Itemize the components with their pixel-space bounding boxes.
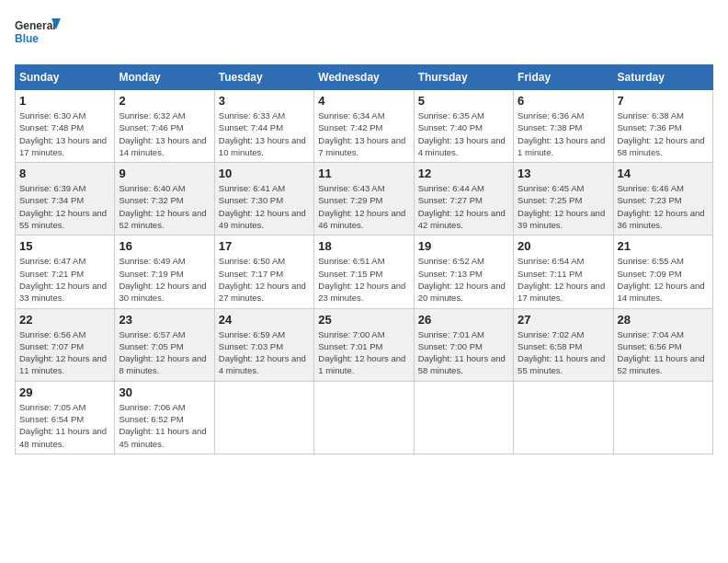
day-info: Sunrise: 6:54 AMSunset: 7:11 PMDaylight:… (518, 255, 609, 304)
day-number: 13 (518, 167, 609, 180)
calendar-day-23: 23Sunrise: 6:57 AMSunset: 7:05 PMDayligh… (115, 308, 214, 381)
calendar-day-2: 2Sunrise: 6:32 AMSunset: 7:46 PMDaylight… (115, 90, 214, 163)
day-number: 1 (19, 94, 110, 108)
day-number: 8 (19, 167, 110, 180)
calendar-day-20: 20Sunrise: 6:54 AMSunset: 7:11 PMDayligh… (514, 236, 613, 308)
day-info: Sunrise: 6:30 AMSunset: 7:48 PMDaylight:… (19, 109, 110, 158)
svg-text:General: General (15, 19, 56, 32)
day-info: Sunrise: 6:52 AMSunset: 7:13 PMDaylight:… (418, 255, 509, 304)
day-number: 18 (318, 239, 409, 253)
calendar-day-8: 8Sunrise: 6:39 AMSunset: 7:34 PMDaylight… (16, 163, 115, 236)
calendar-day-26: 26Sunrise: 7:01 AMSunset: 7:00 PMDayligh… (414, 308, 513, 381)
day-info: Sunrise: 7:04 AMSunset: 6:56 PMDaylight:… (618, 328, 709, 377)
calendar-header-row: SundayMondayTuesdayWednesdayThursdayFrid… (16, 65, 713, 90)
day-info: Sunrise: 6:46 AMSunset: 7:23 PMDaylight:… (618, 182, 709, 231)
calendar-day-22: 22Sunrise: 6:56 AMSunset: 7:07 PMDayligh… (16, 308, 115, 381)
calendar-day-4: 4Sunrise: 6:34 AMSunset: 7:42 PMDaylight… (314, 90, 414, 163)
day-info: Sunrise: 6:45 AMSunset: 7:25 PMDaylight:… (518, 182, 609, 231)
day-header-monday: Monday (115, 65, 214, 90)
calendar-day-7: 7Sunrise: 6:38 AMSunset: 7:36 PMDaylight… (613, 90, 712, 163)
calendar-week-1: 1Sunrise: 6:30 AMSunset: 7:48 PMDaylight… (16, 90, 713, 163)
day-header-sunday: Sunday (16, 65, 115, 90)
day-info: Sunrise: 6:56 AMSunset: 7:07 PMDaylight:… (19, 328, 110, 377)
calendar-empty-cell (214, 381, 313, 454)
day-number: 10 (219, 167, 310, 180)
day-number: 17 (219, 239, 310, 253)
day-number: 7 (618, 94, 709, 108)
day-number: 2 (119, 94, 210, 108)
day-number: 3 (219, 94, 310, 108)
calendar-day-19: 19Sunrise: 6:52 AMSunset: 7:13 PMDayligh… (414, 236, 513, 308)
calendar-week-5: 29Sunrise: 7:05 AMSunset: 6:54 PMDayligh… (16, 381, 713, 454)
calendar-day-27: 27Sunrise: 7:02 AMSunset: 6:58 PMDayligh… (514, 308, 613, 381)
logo-svg: General Blue (15, 15, 61, 53)
day-number: 14 (618, 167, 709, 180)
day-info: Sunrise: 7:05 AMSunset: 6:54 PMDaylight:… (19, 401, 110, 450)
day-number: 27 (518, 313, 609, 327)
day-info: Sunrise: 7:01 AMSunset: 7:00 PMDaylight:… (418, 328, 509, 377)
calendar-day-16: 16Sunrise: 6:49 AMSunset: 7:19 PMDayligh… (115, 236, 214, 308)
calendar-day-9: 9Sunrise: 6:40 AMSunset: 7:32 PMDaylight… (115, 163, 214, 236)
calendar-week-2: 8Sunrise: 6:39 AMSunset: 7:34 PMDaylight… (16, 163, 713, 236)
day-info: Sunrise: 6:39 AMSunset: 7:34 PMDaylight:… (19, 182, 110, 231)
day-number: 9 (119, 167, 210, 180)
calendar-day-5: 5Sunrise: 6:35 AMSunset: 7:40 PMDaylight… (414, 90, 513, 163)
day-info: Sunrise: 6:55 AMSunset: 7:09 PMDaylight:… (618, 255, 709, 304)
day-number: 24 (219, 313, 310, 327)
day-number: 5 (418, 94, 509, 108)
day-number: 23 (119, 313, 210, 327)
day-number: 4 (318, 94, 409, 108)
day-info: Sunrise: 6:47 AMSunset: 7:21 PMDaylight:… (19, 255, 110, 304)
day-info: Sunrise: 6:49 AMSunset: 7:19 PMDaylight:… (119, 255, 210, 304)
day-header-saturday: Saturday (613, 65, 712, 90)
calendar-day-28: 28Sunrise: 7:04 AMSunset: 6:56 PMDayligh… (613, 308, 712, 381)
day-info: Sunrise: 7:06 AMSunset: 6:52 PMDaylight:… (119, 401, 210, 450)
day-number: 22 (19, 313, 110, 327)
calendar-day-14: 14Sunrise: 6:46 AMSunset: 7:23 PMDayligh… (613, 163, 712, 236)
day-number: 11 (318, 167, 409, 180)
day-info: Sunrise: 6:32 AMSunset: 7:46 PMDaylight:… (119, 109, 210, 158)
calendar-day-21: 21Sunrise: 6:55 AMSunset: 7:09 PMDayligh… (613, 236, 712, 308)
calendar-day-24: 24Sunrise: 6:59 AMSunset: 7:03 PMDayligh… (214, 308, 313, 381)
day-info: Sunrise: 6:51 AMSunset: 7:15 PMDaylight:… (318, 255, 409, 304)
day-number: 29 (19, 385, 110, 399)
day-number: 19 (418, 239, 509, 253)
day-info: Sunrise: 6:43 AMSunset: 7:29 PMDaylight:… (318, 182, 409, 231)
calendar-week-3: 15Sunrise: 6:47 AMSunset: 7:21 PMDayligh… (16, 236, 713, 308)
page-header: General Blue (15, 15, 713, 53)
calendar-day-29: 29Sunrise: 7:05 AMSunset: 6:54 PMDayligh… (16, 381, 115, 454)
day-header-thursday: Thursday (414, 65, 513, 90)
calendar-day-25: 25Sunrise: 7:00 AMSunset: 7:01 PMDayligh… (314, 308, 414, 381)
calendar-day-1: 1Sunrise: 6:30 AMSunset: 7:48 PMDaylight… (16, 90, 115, 163)
day-info: Sunrise: 6:34 AMSunset: 7:42 PMDaylight:… (318, 109, 409, 158)
day-header-wednesday: Wednesday (314, 65, 414, 90)
calendar-day-12: 12Sunrise: 6:44 AMSunset: 7:27 PMDayligh… (414, 163, 513, 236)
day-number: 25 (318, 313, 409, 327)
day-number: 12 (418, 167, 509, 180)
calendar-empty-cell (314, 381, 414, 454)
calendar-day-11: 11Sunrise: 6:43 AMSunset: 7:29 PMDayligh… (314, 163, 414, 236)
calendar-day-3: 3Sunrise: 6:33 AMSunset: 7:44 PMDaylight… (214, 90, 313, 163)
day-number: 20 (518, 239, 609, 253)
calendar-day-15: 15Sunrise: 6:47 AMSunset: 7:21 PMDayligh… (16, 236, 115, 308)
day-info: Sunrise: 6:38 AMSunset: 7:36 PMDaylight:… (618, 109, 709, 158)
day-number: 16 (119, 239, 210, 253)
day-number: 15 (19, 239, 110, 253)
calendar-day-10: 10Sunrise: 6:41 AMSunset: 7:30 PMDayligh… (214, 163, 313, 236)
day-info: Sunrise: 6:40 AMSunset: 7:32 PMDaylight:… (119, 182, 210, 231)
day-info: Sunrise: 7:00 AMSunset: 7:01 PMDaylight:… (318, 328, 409, 377)
day-info: Sunrise: 6:50 AMSunset: 7:17 PMDaylight:… (219, 255, 310, 304)
day-number: 28 (618, 313, 709, 327)
calendar-empty-cell (414, 381, 513, 454)
day-info: Sunrise: 6:35 AMSunset: 7:40 PMDaylight:… (418, 109, 509, 158)
day-number: 6 (518, 94, 609, 108)
day-info: Sunrise: 6:33 AMSunset: 7:44 PMDaylight:… (219, 109, 310, 158)
calendar-day-30: 30Sunrise: 7:06 AMSunset: 6:52 PMDayligh… (115, 381, 214, 454)
day-info: Sunrise: 6:36 AMSunset: 7:38 PMDaylight:… (518, 109, 609, 158)
logo: General Blue (15, 15, 61, 53)
day-info: Sunrise: 7:02 AMSunset: 6:58 PMDaylight:… (518, 328, 609, 377)
calendar-day-6: 6Sunrise: 6:36 AMSunset: 7:38 PMDaylight… (514, 90, 613, 163)
day-header-friday: Friday (514, 65, 613, 90)
day-info: Sunrise: 6:59 AMSunset: 7:03 PMDaylight:… (219, 328, 310, 377)
calendar-empty-cell (613, 381, 712, 454)
